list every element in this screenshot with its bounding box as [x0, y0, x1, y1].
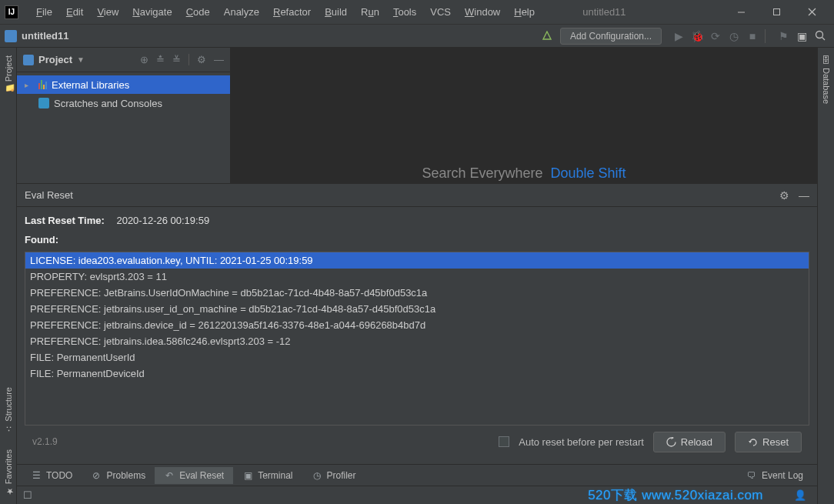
- chevron-right-icon: ▸: [25, 81, 28, 89]
- menu-help[interactable]: Help: [507, 3, 542, 21]
- bottom-toolwindow-stripe: ☰ TODO ⊘ Problems ↶ Eval Reset ▣ Termina…: [17, 464, 817, 486]
- menu-tools[interactable]: Tools: [386, 3, 423, 21]
- version-label: v2.1.9: [32, 436, 58, 447]
- nav-project-name[interactable]: untitled11: [22, 30, 68, 42]
- ide-layout-icon[interactable]: ▣: [792, 30, 811, 42]
- eval-reset-title: Eval Reset: [25, 189, 73, 201]
- menu-window[interactable]: Window: [458, 3, 507, 21]
- stop-button[interactable]: ■: [743, 30, 762, 42]
- vcs-update-icon[interactable]: ⚑: [774, 30, 792, 42]
- expand-all-icon[interactable]: ≛: [156, 54, 165, 65]
- reset-button[interactable]: Reset: [735, 432, 802, 452]
- tab-event-log[interactable]: 🗨 Event Log: [737, 467, 812, 484]
- window-close[interactable]: [794, 2, 829, 23]
- toolwindow-tab-structure[interactable]: ⛬ Structure: [2, 379, 15, 442]
- found-label: Found:: [25, 234, 809, 245]
- shortcut-double-shift: Double Shift: [551, 165, 626, 181]
- debug-button[interactable]: 🐞: [688, 30, 706, 42]
- reload-button[interactable]: Reload: [653, 432, 726, 452]
- project-view-title[interactable]: Project: [38, 54, 72, 65]
- scratches-icon: [38, 98, 49, 108]
- app-icon: IJ: [5, 5, 18, 19]
- list-item[interactable]: PREFERENCE: JetBrains.UserIdOnMachine = …: [25, 285, 809, 301]
- toolwindow-tab-project[interactable]: 📁 Project: [2, 48, 15, 102]
- window-title: untitled11: [575, 6, 656, 18]
- tab-problems[interactable]: ⊘ Problems: [82, 467, 155, 484]
- gear-icon[interactable]: ⚙: [779, 189, 789, 202]
- build-icon[interactable]: [542, 31, 552, 42]
- project-toolwindow: Project ▼ ⊕ ≛ ≚ ⚙ — ▸ Externa: [17, 48, 231, 183]
- add-configuration-button[interactable]: Add Configuration...: [560, 28, 662, 45]
- last-reset-label: Last Reset Time:: [25, 215, 105, 226]
- found-list[interactable]: LICENSE: idea203.evaluation.key, UNTIL: …: [25, 252, 809, 426]
- menu-navigate[interactable]: Navigate: [125, 3, 178, 21]
- svg-line-5: [822, 38, 825, 41]
- auto-reset-checkbox[interactable]: [499, 436, 509, 447]
- right-toolwindow-stripe: 🗄 Database: [817, 48, 834, 504]
- problems-icon: ⊘: [91, 470, 102, 481]
- editor-placeholder: Search Everywhere Double Shift: [422, 165, 626, 182]
- event-log-icon: 🗨: [746, 470, 757, 481]
- tree-item-label: Scratches and Consoles: [54, 98, 162, 109]
- toolwindow-toggle-icon[interactable]: ☐: [23, 489, 32, 501]
- svg-rect-1: [773, 9, 779, 15]
- window-minimize[interactable]: [723, 2, 759, 23]
- menu-build[interactable]: Build: [318, 3, 354, 21]
- menu-view[interactable]: View: [90, 3, 125, 21]
- list-item[interactable]: LICENSE: idea203.evaluation.key, UNTIL: …: [25, 252, 809, 269]
- menu-analyze[interactable]: Analyze: [217, 3, 266, 21]
- editor-area: Search Everywhere Double Shift: [231, 48, 817, 183]
- profile-button[interactable]: ◷: [725, 30, 743, 42]
- tab-todo[interactable]: ☰ TODO: [22, 467, 82, 484]
- run-button[interactable]: ▶: [669, 30, 688, 42]
- tab-profiler[interactable]: ◷ Profiler: [302, 467, 365, 484]
- list-item[interactable]: PREFERENCE: jetbrains.device_id = 261220…: [25, 317, 809, 333]
- menu-vcs[interactable]: VCS: [423, 3, 458, 21]
- tree-external-libraries[interactable]: ▸ External Libraries: [17, 75, 230, 94]
- project-icon: [5, 30, 17, 42]
- list-item[interactable]: FILE: PermanentDeviceId: [25, 365, 809, 382]
- minimize-icon: [737, 8, 746, 16]
- eval-reset-header: Eval Reset ⚙ —: [17, 184, 817, 207]
- locate-icon[interactable]: ⊕: [140, 54, 148, 65]
- collapse-all-icon[interactable]: ≚: [172, 54, 181, 65]
- folder-icon: 📁: [4, 85, 13, 94]
- project-toolwindow-header: Project ▼ ⊕ ≛ ≚ ⚙ —: [17, 48, 230, 72]
- last-reset-value: 2020-12-26 00:19:59: [116, 215, 209, 226]
- hide-icon[interactable]: —: [214, 54, 224, 65]
- tab-eval-reset[interactable]: ↶ Eval Reset: [155, 467, 233, 484]
- list-item[interactable]: PREFERENCE: jetbrains.user_id_on_machine…: [25, 301, 809, 317]
- last-reset-row: Last Reset Time: 2020-12-26 00:19:59: [25, 215, 809, 226]
- auto-reset-label[interactable]: Auto reset before per restart: [519, 436, 644, 448]
- toolwindow-tab-favorites[interactable]: ★ Favorites: [2, 442, 15, 504]
- coverage-button[interactable]: ⟳: [706, 30, 725, 42]
- list-item[interactable]: FILE: PermanentUserId: [25, 349, 809, 365]
- list-item[interactable]: PREFERENCE: jetbrains.idea.586fc246.evls…: [25, 333, 809, 349]
- terminal-icon: ▣: [242, 470, 253, 481]
- eval-footer: v2.1.9 Auto reset before per restart Rel…: [25, 426, 809, 458]
- window-maximize[interactable]: [759, 2, 794, 23]
- todo-icon: ☰: [31, 470, 42, 481]
- chevron-down-icon[interactable]: ▼: [77, 55, 85, 64]
- navigation-bar: untitled11 Add Configuration... ▶ 🐞 ⟳ ◷ …: [0, 25, 834, 48]
- hide-icon[interactable]: —: [799, 189, 809, 202]
- list-item[interactable]: PROPERTY: evlsprt3.203 = 11: [25, 269, 809, 285]
- tab-terminal[interactable]: ▣ Terminal: [233, 467, 302, 484]
- reload-icon: [666, 437, 676, 447]
- menu-refactor[interactable]: Refactor: [266, 3, 318, 21]
- titlebar: IJ File Edit View Navigate Code Analyze …: [0, 0, 834, 25]
- project-tree[interactable]: ▸ External Libraries Scratches and Conso…: [17, 72, 230, 115]
- menu-run[interactable]: Run: [354, 3, 386, 21]
- tree-scratches[interactable]: Scratches and Consoles: [17, 94, 230, 112]
- menu-code[interactable]: Code: [179, 3, 217, 21]
- menu-file[interactable]: File: [29, 3, 59, 21]
- svg-point-4: [816, 32, 822, 38]
- search-everywhere-icon[interactable]: [811, 30, 829, 42]
- toolwindow-tab-database[interactable]: 🗄 Database: [820, 48, 832, 112]
- watermark-text: 520下载 www.520xiazai.com: [588, 486, 763, 504]
- menu-edit[interactable]: Edit: [59, 3, 90, 21]
- undo-icon: ↶: [164, 470, 175, 481]
- gear-icon[interactable]: ⚙: [197, 54, 206, 65]
- tree-item-label: External Libraries: [52, 79, 129, 91]
- status-indicator-icon[interactable]: 👤: [794, 489, 806, 501]
